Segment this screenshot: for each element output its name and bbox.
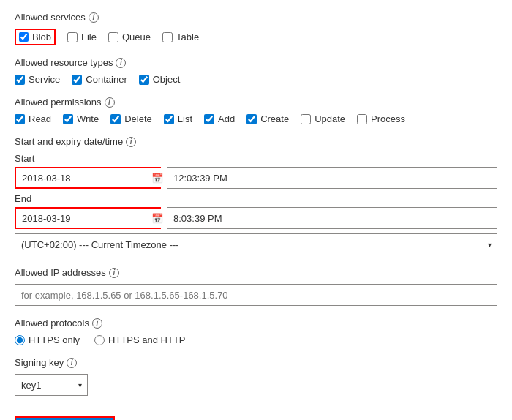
start-date-wrapper: 📅 [15, 167, 161, 189]
update-label[interactable]: Update [315, 113, 345, 124]
table-checkbox-item: Table [162, 31, 199, 42]
signing-key-select[interactable]: key1 key2 [15, 374, 88, 396]
add-checkbox[interactable] [204, 114, 214, 124]
signing-key-title: Signing key i [15, 357, 497, 368]
allowed-resource-types-label: Allowed resource types [15, 57, 113, 68]
delete-checkbox-item: Delete [110, 113, 152, 124]
write-checkbox-item: Write [63, 113, 99, 124]
end-date-wrapper: 📅 [15, 207, 161, 229]
end-date-input[interactable] [16, 209, 151, 228]
queue-label[interactable]: Queue [122, 31, 151, 42]
file-checkbox-item: File [67, 31, 97, 42]
update-checkbox[interactable] [301, 114, 311, 124]
timezone-select[interactable]: (UTC+02:00) --- Current Timezone --- [15, 233, 497, 255]
start-date-input[interactable] [16, 168, 151, 187]
create-checkbox[interactable] [246, 114, 257, 124]
allowed-permissions-label: Allowed permissions [15, 97, 102, 108]
allowed-resource-types-info-icon[interactable]: i [116, 58, 126, 68]
add-label[interactable]: Add [218, 113, 235, 124]
queue-checkbox[interactable] [108, 32, 118, 42]
allowed-ip-section: Allowed IP addresses i [15, 267, 497, 306]
file-label[interactable]: File [81, 31, 97, 42]
service-checkbox[interactable] [15, 75, 25, 85]
blob-checkbox[interactable] [19, 32, 29, 42]
allowed-ip-info-icon[interactable]: i [109, 268, 119, 278]
start-expiry-label: Start and expiry date/time [15, 136, 123, 147]
allowed-services-label: Allowed services [15, 12, 86, 23]
allowed-ip-input[interactable] [15, 284, 497, 306]
write-label[interactable]: Write [77, 113, 99, 124]
https-only-label[interactable]: HTTPS only [29, 334, 80, 345]
timezone-wrapper: (UTC+02:00) --- Current Timezone --- ▾ [15, 233, 497, 255]
end-calendar-button[interactable]: 📅 [151, 209, 163, 228]
blob-label[interactable]: Blob [32, 31, 51, 42]
end-date-time-row: 📅 [15, 207, 497, 229]
end-time-input[interactable] [167, 207, 497, 229]
list-checkbox-item: List [164, 113, 192, 124]
container-label[interactable]: Container [86, 74, 127, 85]
table-checkbox[interactable] [162, 32, 173, 42]
service-checkbox-item: Service [15, 74, 60, 85]
allowed-protocols-label: Allowed protocols [15, 318, 89, 329]
object-label[interactable]: Object [153, 74, 181, 85]
service-label[interactable]: Service [29, 74, 60, 85]
start-expiry-info-icon[interactable]: i [126, 137, 136, 147]
list-checkbox[interactable] [164, 114, 174, 124]
start-expiry-section: Start and expiry date/time i Start 📅 End… [15, 136, 497, 255]
object-checkbox[interactable] [139, 75, 149, 85]
signing-key-info-icon[interactable]: i [67, 358, 77, 368]
create-checkbox-item: Create [246, 113, 289, 124]
allowed-resource-types-checkboxes: Service Container Object [15, 74, 497, 85]
read-checkbox[interactable] [15, 114, 25, 124]
delete-label[interactable]: Delete [124, 113, 152, 124]
allowed-resource-types-section: Allowed resource types i Service Contain… [15, 57, 497, 85]
allowed-services-info-icon[interactable]: i [89, 12, 99, 23]
start-date-time-row: 📅 [15, 167, 497, 189]
allowed-protocols-section: Allowed protocols i HTTPS only HTTPS and… [15, 318, 497, 345]
signing-key-wrapper: key1 key2 ▾ [15, 374, 88, 396]
allowed-services-title: Allowed services i [15, 12, 497, 23]
add-checkbox-item: Add [204, 113, 235, 124]
process-checkbox[interactable] [357, 114, 367, 124]
end-calendar-icon: 📅 [151, 213, 163, 224]
start-calendar-button[interactable]: 📅 [151, 168, 163, 187]
start-time-input[interactable] [167, 167, 497, 189]
object-checkbox-item: Object [139, 74, 181, 85]
container-checkbox-item: Container [72, 74, 127, 85]
allowed-ip-label: Allowed IP addresses [15, 267, 106, 278]
allowed-services-checkboxes: Blob File Queue Table [15, 29, 497, 45]
list-label[interactable]: List [178, 113, 192, 124]
end-field-label: End [15, 193, 497, 204]
read-checkbox-item: Read [15, 113, 51, 124]
allowed-permissions-checkboxes: Read Write Delete List Add Create Update [15, 113, 497, 124]
update-checkbox-item: Update [301, 113, 345, 124]
queue-checkbox-item: Queue [108, 31, 151, 42]
process-label[interactable]: Process [371, 113, 405, 124]
delete-checkbox[interactable] [110, 114, 121, 124]
start-expiry-title: Start and expiry date/time i [15, 136, 497, 147]
https-only-radio[interactable] [15, 335, 25, 345]
allowed-protocols-info-icon[interactable]: i [92, 318, 102, 329]
table-label[interactable]: Table [176, 31, 199, 42]
allowed-permissions-info-icon[interactable]: i [105, 97, 115, 108]
start-field-label: Start [15, 153, 497, 164]
allowed-resource-types-title: Allowed resource types i [15, 57, 497, 68]
start-calendar-icon: 📅 [151, 173, 163, 184]
allowed-services-section: Allowed services i Blob File Queue Table [15, 12, 497, 45]
container-checkbox[interactable] [72, 75, 82, 85]
https-http-radio-item: HTTPS and HTTP [94, 334, 185, 345]
process-checkbox-item: Process [357, 113, 405, 124]
write-checkbox[interactable] [63, 114, 73, 124]
generate-sas-button-wrapper: Generate SAS [15, 416, 115, 420]
file-checkbox[interactable] [67, 32, 78, 42]
create-label[interactable]: Create [260, 113, 289, 124]
blob-checkbox-wrapper: Blob [15, 29, 56, 45]
allowed-permissions-section: Allowed permissions i Read Write Delete … [15, 97, 497, 124]
https-only-radio-item: HTTPS only [15, 334, 80, 345]
allowed-protocols-radios: HTTPS only HTTPS and HTTP [15, 334, 497, 345]
https-http-radio[interactable] [94, 335, 105, 345]
https-http-label[interactable]: HTTPS and HTTP [108, 334, 185, 345]
signing-key-section: Signing key i key1 key2 ▾ [15, 357, 497, 396]
read-label[interactable]: Read [29, 113, 51, 124]
allowed-permissions-title: Allowed permissions i [15, 97, 497, 108]
